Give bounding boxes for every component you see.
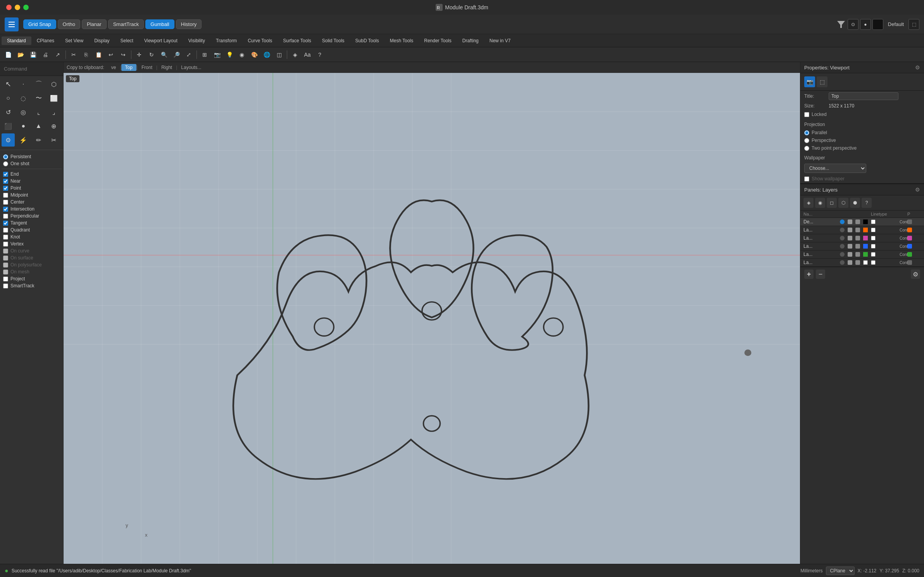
revolve-tool[interactable]: ↺ — [2, 105, 15, 119]
layer-print-color-0[interactable] — [907, 219, 912, 224]
camera-icon[interactable]: 📷 — [211, 49, 223, 60]
layers-icon-2[interactable]: ◉ — [815, 198, 825, 208]
layers-gear-icon[interactable]: ⚙ — [915, 187, 920, 193]
on-mesh-option[interactable]: On mesh — [2, 268, 62, 275]
layer-visibility-1[interactable] — [848, 228, 852, 232]
on-mesh-checkbox[interactable] — [3, 269, 8, 275]
grid-icon[interactable]: ⊞ — [199, 49, 210, 60]
layers-icon-1[interactable]: ◈ — [803, 198, 814, 208]
center-checkbox[interactable] — [3, 200, 8, 205]
freeform-tool[interactable]: 〜 — [32, 92, 45, 105]
properties-gear-icon[interactable]: ⚙ — [915, 64, 920, 71]
on-surface-option[interactable]: On surface — [2, 254, 62, 261]
decal-icon[interactable]: ◫ — [273, 49, 285, 60]
print-icon[interactable]: 🖨 — [40, 49, 51, 60]
layer-line-color-0[interactable] — [871, 219, 876, 224]
tab-standard[interactable]: Standard — [2, 36, 31, 45]
locked-checkbox[interactable] — [804, 112, 809, 117]
rect-prop-icon[interactable]: ⬚ — [817, 76, 827, 87]
smarttrack-option[interactable]: SmartTrack — [2, 282, 62, 289]
rotate-icon[interactable]: ↻ — [146, 49, 157, 60]
tab-select[interactable]: Select — [115, 36, 139, 45]
midpoint-checkbox[interactable] — [3, 193, 8, 198]
open-icon[interactable]: 📂 — [15, 49, 26, 60]
layer-visibility-0[interactable] — [848, 219, 852, 224]
tab-mesh-tools[interactable]: Mesh Tools — [384, 36, 419, 45]
layer-row[interactable]: La... Conti... — [800, 234, 924, 242]
light-icon[interactable]: 💡 — [224, 49, 235, 60]
show-wallpaper-checkbox[interactable] — [804, 176, 809, 181]
environment-icon[interactable]: 🌐 — [261, 49, 272, 60]
vp-tab-front[interactable]: Front — [138, 64, 156, 71]
trim-tool[interactable]: ✂ — [47, 133, 60, 147]
layer-lock-2[interactable] — [855, 236, 860, 240]
one-shot-radio[interactable] — [3, 161, 8, 166]
layer-lock-5[interactable] — [855, 260, 860, 265]
gumball-button[interactable]: Gumball — [145, 19, 174, 29]
title-prop-input[interactable] — [829, 92, 898, 100]
intersection-option[interactable]: Intersection — [2, 206, 62, 212]
close-button[interactable] — [6, 5, 12, 10]
wallpaper-select[interactable]: Choose... — [804, 164, 866, 173]
knot-option[interactable]: Knot — [2, 233, 62, 240]
layer-row[interactable]: La... Conti... — [800, 259, 924, 267]
near-checkbox[interactable] — [3, 179, 8, 184]
persistent-radio[interactable] — [3, 154, 8, 159]
layer-print-color-4[interactable] — [907, 252, 912, 257]
layer-line-color-1[interactable] — [871, 228, 876, 232]
vp-tab-perspective[interactable]: ve — [107, 64, 120, 71]
poly-tool[interactable]: ⬡ — [47, 78, 60, 91]
record-icon[interactable]: ● — [860, 19, 871, 30]
zoom-out-icon[interactable]: 🔎 — [171, 49, 182, 60]
vertex-checkbox[interactable] — [3, 242, 8, 247]
point-checkbox[interactable] — [3, 186, 8, 191]
on-curve-checkbox[interactable] — [3, 249, 8, 254]
layer-lock-4[interactable] — [855, 252, 860, 257]
loft-tool[interactable]: ◎ — [17, 105, 30, 119]
vp-tab-top[interactable]: Top — [121, 64, 136, 71]
tab-display[interactable]: Display — [89, 36, 115, 45]
alias-icon[interactable]: Aa — [302, 49, 313, 60]
end-checkbox[interactable] — [3, 172, 8, 177]
layer-active-dot-5[interactable] — [840, 260, 845, 265]
vp-tab-right[interactable]: Right — [157, 64, 176, 71]
layer-lock-3[interactable] — [855, 244, 860, 249]
two-point-radio-row[interactable]: Two point perspective — [800, 144, 924, 152]
layer-color-swatch-5[interactable] — [863, 260, 868, 265]
layer-visibility-3[interactable] — [848, 244, 852, 249]
layers-icon-4[interactable]: ⬡ — [838, 198, 848, 208]
tab-new-in-v7[interactable]: New in V7 — [484, 36, 516, 45]
knot-checkbox[interactable] — [3, 235, 8, 240]
command-input[interactable] — [0, 62, 63, 76]
boolean-tool[interactable]: ⊕ — [47, 119, 60, 133]
layer-color-swatch-1[interactable] — [863, 228, 868, 232]
edit-tool[interactable]: ✏ — [32, 133, 45, 147]
ortho-button[interactable]: Ortho — [58, 19, 81, 29]
expand-icon[interactable]: ⬚ — [908, 19, 919, 30]
smarttrack-checkbox[interactable] — [3, 283, 8, 288]
layer-print-color-2[interactable] — [907, 236, 912, 240]
planar-button[interactable]: Planar — [82, 19, 107, 29]
vp-tab-layouts[interactable]: Layouts... — [177, 64, 205, 71]
layer-color-swatch-0[interactable] — [863, 219, 868, 224]
on-surface-checkbox[interactable] — [3, 256, 8, 261]
end-option[interactable]: End — [2, 171, 62, 178]
tangent-checkbox[interactable] — [3, 221, 8, 226]
layer-lock-0[interactable] — [855, 219, 860, 224]
point-option[interactable]: Point — [2, 185, 62, 192]
render-icon[interactable]: 🎨 — [248, 49, 260, 60]
cplane-select[interactable]: CPlane — [826, 567, 855, 575]
layer-visibility-4[interactable] — [848, 252, 852, 257]
target-icon[interactable]: ⊙ — [848, 19, 858, 30]
save-icon[interactable]: 💾 — [27, 49, 39, 60]
quadrant-option[interactable]: Quadrant — [2, 226, 62, 233]
project-option[interactable]: Project — [2, 275, 62, 282]
parallel-radio[interactable] — [804, 130, 809, 135]
add-layer-button[interactable]: + — [804, 269, 814, 279]
tab-solid-tools[interactable]: Solid Tools — [317, 36, 350, 45]
box-tool[interactable]: ⬛ — [2, 119, 15, 133]
viewport-area[interactable]: Copy to clipboard: ve | Top | Front | Ri… — [64, 62, 800, 564]
smart-track-button[interactable]: SmartTrack — [108, 19, 144, 29]
tab-surface-tools[interactable]: Surface Tools — [278, 36, 317, 45]
layer-row[interactable]: De... Conti... — [800, 218, 924, 226]
